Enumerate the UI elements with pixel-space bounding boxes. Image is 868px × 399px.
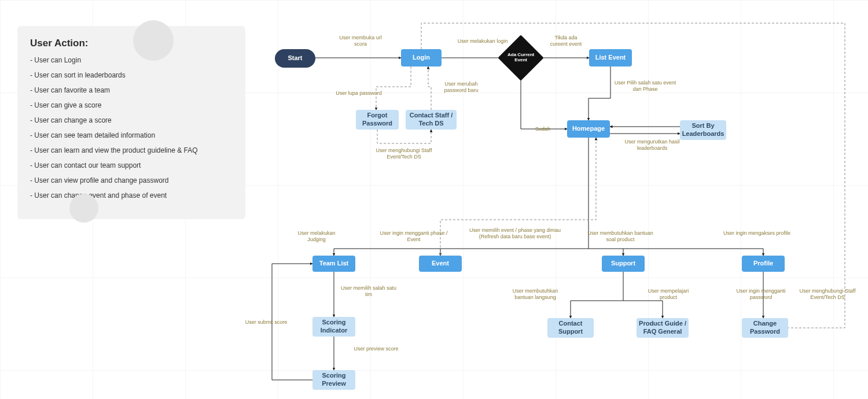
edge-label: User lupa password (330, 90, 388, 97)
panel-item: User can change event and phase of event (30, 191, 233, 200)
edge-label: User submit score (240, 319, 292, 326)
node-scoring-preview[interactable]: Scoring Preview (312, 370, 355, 390)
panel-item: User can Login (30, 56, 233, 64)
node-profile[interactable]: Profile (742, 256, 785, 272)
node-contact-support[interactable]: Contact Support (547, 318, 594, 338)
edge-label: Sudah (531, 126, 554, 132)
edge-label: User menghubungi Staff Event/Tech DS (796, 288, 859, 301)
node-sort-by[interactable]: Sort By Leaderboards (680, 120, 726, 140)
panel-item: User can learn and view the product guid… (30, 146, 233, 154)
node-homepage[interactable]: Homepage (567, 120, 610, 138)
panel-item: User can view profile and change passwor… (30, 176, 233, 184)
node-login[interactable]: Login (401, 49, 442, 66)
edge-label: User ingin mengganti phase / Event (379, 230, 448, 243)
node-change-password[interactable]: Change Password (742, 318, 788, 338)
panel-item: User can give a score (30, 101, 233, 109)
panel-item: User can see team detailed information (30, 131, 233, 139)
panel-list: User can Login User can sort in leaderbo… (30, 56, 233, 200)
node-forgot-password[interactable]: Forgot Password (356, 110, 399, 130)
node-decision-label: Ada Current Event (507, 53, 535, 63)
edge-label: User ingin mengakses profile (722, 230, 792, 237)
edge-label: User memilih salah satu tim (337, 285, 400, 298)
node-start[interactable]: Start (275, 49, 315, 68)
decorative-circle (133, 20, 174, 61)
diagram-canvas: User Action: User can Login User can sor… (0, 0, 868, 399)
edge-label: User mempelajari product (642, 288, 694, 301)
panel-item: User can sort in leaderboards (30, 71, 233, 79)
edge-label: Tikda ada cureent event (546, 35, 586, 47)
node-product-guide[interactable]: Product Guide / FAQ General (637, 318, 689, 338)
panel-item: User can change a score (30, 116, 233, 124)
node-list-event[interactable]: List Event (589, 49, 632, 66)
edge-label: User memilih event / phase yang dimau (R… (463, 227, 567, 240)
panel-title: User Action: (30, 38, 233, 49)
edge-label: User melakukan login (454, 38, 512, 45)
edge-label: User preview score (347, 346, 405, 352)
edge-label: User melakukan Judging (290, 230, 343, 243)
edge-label: User Pilih salah satu event dan Phase (613, 80, 677, 93)
node-contact-staff[interactable]: Contact Staff / Tech DS (406, 110, 457, 130)
node-scoring-indicator[interactable]: Scoring Indicator (312, 317, 355, 337)
edge-label: User membutuhkan bantuan langsung (503, 288, 567, 301)
edge-label: User menghubungi Staff Event/Tech DS (369, 147, 439, 160)
panel-item: User can favorite a team (30, 86, 233, 94)
decorative-circle (69, 194, 98, 223)
panel-item: User can contact our team support (30, 161, 233, 169)
edge-label: User merubah password baru (438, 81, 484, 94)
node-event[interactable]: Event (419, 256, 462, 272)
edge-label: User ingin mengganti password (729, 288, 793, 301)
edge-label: User membutuhkan bantuan soal product (586, 230, 655, 243)
edge-label: User mengurutkan hasil leaderboards (620, 139, 684, 152)
node-support[interactable]: Support (602, 256, 645, 272)
edge-label: User membuka url scora (334, 35, 387, 47)
node-team-list[interactable]: Team List (312, 256, 355, 272)
user-action-panel: User Action: User can Login User can sor… (17, 26, 245, 219)
